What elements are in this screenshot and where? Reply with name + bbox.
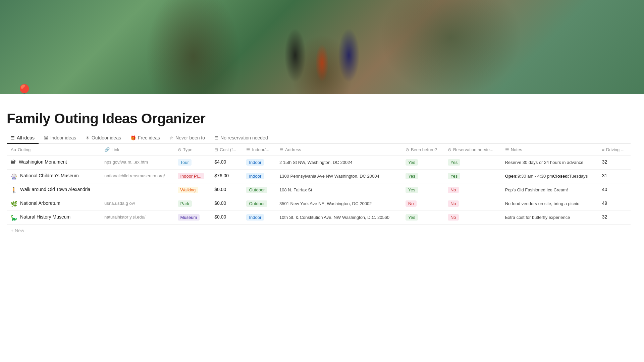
col-driving-icon: # [602, 147, 604, 152]
cell-been-1: Yes [401, 169, 444, 183]
table-row[interactable]: 🦕 Natural History Museum naturalhistor y… [7, 210, 631, 224]
indoor-ideas-icon: 🏛 [44, 135, 48, 140]
cell-link-0: nps.gov/wa m...ex.htm [100, 156, 173, 170]
tab-outdoor-ideas[interactable]: ☀ Outdoor ideas [82, 132, 125, 144]
indoor-badge-2: Outdoor [246, 187, 267, 193]
been-badge-3: No [406, 200, 417, 207]
driving-value-3: 49 [602, 200, 607, 206]
cell-been-0: Yes [401, 156, 444, 170]
cell-cost-1: $76.00 [210, 169, 242, 183]
cell-address-2: 108 N. Fairfax St [275, 183, 401, 197]
cell-been-3: No [401, 197, 444, 210]
cell-type-2: Walking [174, 183, 211, 197]
outing-name-2: Walk around Old Town Alexandria [20, 187, 90, 192]
col-reservation-icon: ⊙ [448, 147, 451, 152]
col-notes[interactable]: ☰ Notes [501, 144, 598, 156]
outdoor-ideas-icon: ☀ [86, 135, 90, 140]
cell-link-3: usna.usda.g ov/ [100, 197, 173, 210]
cell-type-4: Museum [174, 210, 211, 224]
been-badge-4: Yes [406, 214, 418, 221]
col-driving[interactable]: # Driving ... [598, 144, 631, 156]
tab-indoor-ideas[interactable]: 🏛 Indoor ideas [40, 132, 80, 144]
cost-value-4: $0.00 [214, 214, 226, 220]
outing-icon-3: 🌿 [11, 201, 17, 207]
cell-indoor-0: Indoor [242, 156, 275, 170]
driving-value-2: 40 [602, 187, 607, 192]
cell-outing-2: 🚶 Walk around Old Town Alexandria [7, 183, 100, 197]
tab-no-reservation[interactable]: ☰ No reservation needed [210, 132, 272, 144]
cost-value-0: $4.00 [214, 159, 226, 165]
col-indoor-icon: ☰ [246, 147, 250, 152]
cell-address-0: 2 15th St NW, Washington, DC 20024 [275, 156, 401, 170]
tabs-bar: ☰ All ideas 🏛 Indoor ideas ☀ Outdoor ide… [7, 132, 631, 144]
been-badge-1: Yes [406, 173, 418, 179]
table-row[interactable]: 🌿 National Arboretum usna.usda.g ov/ Par… [7, 197, 631, 210]
col-reservation[interactable]: ⊙ Reservation neede... [444, 144, 501, 156]
col-cost[interactable]: ⊞ Cost (f... [210, 144, 242, 156]
outing-name-3: National Arboretum [20, 200, 60, 206]
col-outing[interactable]: Aa Outing [7, 144, 100, 156]
link-text-4[interactable]: naturalhistor y.si.edu/ [104, 215, 146, 220]
outings-table: Aa Outing 🔗 Link ⊙ Type [7, 144, 631, 225]
cell-reservation-1: Yes [444, 169, 501, 183]
type-badge-1: Indoor Pl... [178, 173, 204, 179]
tab-never-been-to[interactable]: ☆ Never been to [165, 132, 209, 144]
tab-free-ideas[interactable]: 🎁 Free ideas [126, 132, 164, 144]
cell-reservation-4: No [444, 210, 501, 224]
been-badge-0: Yes [406, 159, 418, 166]
cell-cost-2: $0.00 [210, 183, 242, 197]
col-address[interactable]: ☰ Address [275, 144, 401, 156]
cell-link-2 [100, 183, 173, 197]
cell-type-1: Indoor Pl... [174, 169, 211, 183]
indoor-badge-1: Indoor [246, 173, 264, 179]
col-outing-icon: Aa [11, 147, 16, 152]
address-value-3: 3501 New York Ave NE, Washington, DC 200… [279, 201, 372, 206]
driving-value-4: 32 [602, 214, 607, 220]
table-row[interactable]: 🚶 Walk around Old Town Alexandria Walkin… [7, 183, 631, 197]
tab-all-ideas[interactable]: ☰ All ideas [7, 132, 39, 144]
link-text-0[interactable]: nps.gov/wa m...ex.htm [104, 160, 148, 165]
col-link-icon: 🔗 [104, 147, 110, 152]
cell-cost-4: $0.00 [210, 210, 242, 224]
col-been-before[interactable]: ⊙ Been before? [401, 144, 444, 156]
col-type[interactable]: ⊙ Type [174, 144, 211, 156]
driving-value-1: 31 [602, 173, 607, 178]
add-row-button[interactable]: + New [7, 225, 631, 237]
reservation-badge-1: Yes [448, 173, 460, 179]
reservation-badge-3: No [448, 200, 459, 207]
reservation-badge-4: No [448, 214, 459, 221]
link-text-3[interactable]: usna.usda.g ov/ [104, 201, 135, 206]
cell-address-3: 3501 New York Ave NE, Washington, DC 200… [275, 197, 401, 210]
cell-cost-3: $0.00 [210, 197, 242, 210]
cell-address-1: 1300 Pennsylvania Ave NW Washington, DC … [275, 169, 401, 183]
cell-indoor-4: Indoor [242, 210, 275, 224]
cell-outing-0: 🏛 Washington Monument [7, 156, 100, 170]
free-ideas-icon: 🎁 [130, 135, 136, 140]
cell-notes-2: Pop's Old Fashioned Ice Cream! [501, 183, 598, 197]
cell-address-4: 10th St. & Constitution Ave. NW Washingt… [275, 210, 401, 224]
cell-link-4: naturalhistor y.si.edu/ [100, 210, 173, 224]
cell-driving-2: 40 [598, 183, 631, 197]
cell-driving-0: 32 [598, 156, 631, 170]
cell-notes-3: No food vendors on site, bring a picnic [501, 197, 598, 210]
reservation-badge-2: No [448, 187, 459, 193]
col-link[interactable]: 🔗 Link [100, 144, 173, 156]
page-icon: 📍 [13, 83, 35, 94]
address-value-2: 108 N. Fairfax St [279, 187, 312, 192]
cell-notes-0: Reserve 30 days or 24 hours in advance [501, 156, 598, 170]
cell-been-2: Yes [401, 183, 444, 197]
link-text-1[interactable]: nationalchild rensmuseu m.org/ [104, 173, 165, 178]
table-row[interactable]: 🏛 Washington Monument nps.gov/wa m...ex.… [7, 156, 631, 170]
all-ideas-icon: ☰ [11, 135, 15, 140]
cell-notes-1: Open:9:30 am - 4:30 pmClosed:Tuesdays [501, 169, 598, 183]
indoor-badge-4: Indoor [246, 214, 264, 221]
cell-indoor-2: Outdoor [242, 183, 275, 197]
outing-icon-2: 🚶 [11, 187, 17, 193]
hero-banner: 📍 [0, 0, 644, 94]
cell-been-4: Yes [401, 210, 444, 224]
col-indoor[interactable]: ☰ Indoor/... [242, 144, 275, 156]
col-been-icon: ⊙ [406, 147, 409, 152]
cell-driving-3: 49 [598, 197, 631, 210]
table-row[interactable]: 🎡 National Children's Museum nationalchi… [7, 169, 631, 183]
never-been-icon: ☆ [169, 135, 173, 140]
